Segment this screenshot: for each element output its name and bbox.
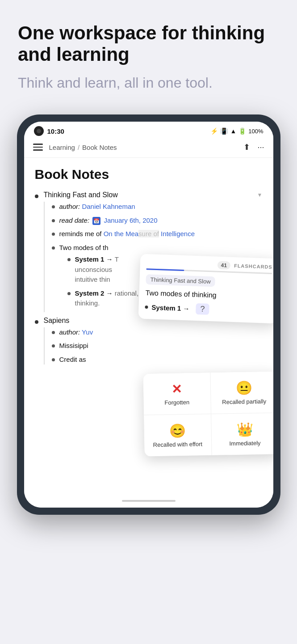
author-item: author: Daniel Kahneman bbox=[52, 202, 263, 212]
read-date-item: read date: 📅 January 6th, 2020 bbox=[52, 216, 263, 226]
bluetooth-icon: ⚡ bbox=[210, 127, 218, 135]
flashcard-answer-row: System 1 → ? bbox=[145, 301, 271, 317]
reminds-item: reminds me of On the Measure of Intellig… bbox=[52, 229, 263, 239]
flashcard-body: Two modes of thinking System 1 → ? bbox=[138, 289, 273, 324]
share-icon[interactable]: ⬆ bbox=[243, 142, 250, 152]
flashcard-label: FLASHCARDS bbox=[234, 263, 272, 270]
hero-title: One workspace for thinking and learning bbox=[18, 22, 279, 66]
dropdown-arrow[interactable]: ▼ bbox=[257, 192, 263, 198]
vibrate-icon: 📳 bbox=[220, 127, 228, 135]
bullet-dot bbox=[35, 320, 38, 324]
nested-dot bbox=[52, 219, 55, 222]
nested-dot bbox=[52, 246, 55, 250]
breadcrumb: Learning / Book Notes bbox=[49, 144, 117, 151]
more-options-icon[interactable]: ··· bbox=[257, 143, 264, 152]
recalled-effort-emoji: 😊 bbox=[169, 423, 186, 439]
breadcrumb-separator: / bbox=[78, 144, 79, 151]
rating-recalled-partially[interactable]: 😐 Recalled partially bbox=[210, 372, 273, 414]
battery-icon: 🔋 bbox=[238, 127, 246, 135]
book2-author-item: author: Yuv bbox=[52, 327, 263, 338]
status-left: 10:30 bbox=[34, 126, 64, 136]
hero-section: One workspace for thinking and learning … bbox=[0, 0, 297, 106]
battery-percent: 100% bbox=[248, 128, 263, 135]
nested-dot bbox=[52, 205, 55, 208]
reminds-text: reminds me of On the Measure of Intellig… bbox=[59, 229, 195, 239]
two-modes-text: Two modes of th System 1 → Tunconsciousi… bbox=[59, 243, 146, 312]
rating-overlay: ✕ Forgotten 😐 Recalled partially 😊 Recal… bbox=[143, 372, 273, 457]
book2-nested: author: Yuv Missisippi Credit as bbox=[44, 327, 263, 365]
book1-title-row: Thinking Fast and Slow ▼ bbox=[35, 191, 263, 199]
flashcard-count: 41 bbox=[217, 261, 230, 270]
hero-subtitle: Think and learn, all in one tool. bbox=[18, 74, 279, 93]
hamburger-menu[interactable] bbox=[33, 144, 43, 151]
flashcard-answer-text: System 1 → bbox=[151, 304, 190, 313]
breadcrumb-current[interactable]: Book Notes bbox=[82, 144, 117, 151]
calendar-icon: 📅 bbox=[92, 217, 100, 225]
recalled-partially-emoji: 😐 bbox=[235, 380, 252, 396]
nav-left: Learning / Book Notes bbox=[33, 144, 117, 151]
page-title: Book Notes bbox=[35, 167, 263, 182]
nav-right: ⬆ ··· bbox=[243, 142, 264, 152]
status-right: ⚡ 📳 ▲ 🔋 100% bbox=[210, 127, 263, 135]
camera-icon bbox=[34, 126, 44, 136]
breadcrumb-parent[interactable]: Learning bbox=[49, 144, 75, 151]
immediately-label: Immediately bbox=[229, 440, 260, 447]
time-display: 10:30 bbox=[47, 127, 64, 135]
forgotten-label: Forgotten bbox=[164, 399, 189, 406]
signal-icon: ▲ bbox=[230, 127, 236, 135]
flashcard-tag: Thinking Fast and Slow bbox=[146, 274, 215, 287]
immediately-emoji: 👑 bbox=[236, 422, 253, 438]
recalled-partially-label: Recalled partially bbox=[222, 398, 266, 406]
status-bar: 10:30 ⚡ 📳 ▲ 🔋 100% bbox=[24, 122, 273, 139]
flashcard-question: Two modes of thinking bbox=[145, 289, 271, 301]
flashcard-overlay[interactable]: 41 FLASHCARDS Thinking Fast and Slow Two… bbox=[138, 254, 273, 324]
flashcard-question-mark[interactable]: ? bbox=[196, 303, 209, 315]
bullet-dot bbox=[35, 195, 38, 198]
book2-item2: Missisippi bbox=[52, 341, 263, 351]
forgotten-x-icon: ✕ bbox=[171, 381, 182, 396]
rating-immediately[interactable]: 👑 Immediately bbox=[211, 413, 273, 456]
systems-nested: System 1 → Tunconsciousintuitive thin Sy bbox=[67, 254, 146, 309]
system2-item: System 2 → rational, rethinking. bbox=[67, 288, 146, 309]
home-indicator bbox=[122, 500, 176, 502]
nav-bar: Learning / Book Notes ⬆ ··· bbox=[24, 139, 273, 158]
flashcard-answer-bullet bbox=[145, 305, 148, 309]
rating-forgotten[interactable]: ✕ Forgotten bbox=[143, 373, 210, 415]
rating-recalled-effort[interactable]: 😊 Recalled with effort bbox=[144, 414, 211, 457]
phone-frame: 10:30 ⚡ 📳 ▲ 🔋 100% bbox=[17, 114, 280, 515]
book2-item3: Credit as bbox=[52, 355, 263, 365]
nested-dot bbox=[52, 233, 55, 236]
phone-wrapper: 10:30 ⚡ 📳 ▲ 🔋 100% bbox=[0, 114, 297, 515]
system1-item: System 1 → Tunconsciousintuitive thin bbox=[67, 254, 146, 285]
read-date-text: read date: 📅 January 6th, 2020 bbox=[59, 216, 158, 226]
book1-title: Thinking Fast and Slow ▼ bbox=[44, 191, 263, 199]
book2-item: Sapiens author: Yuv bbox=[35, 317, 263, 365]
phone-screen: 10:30 ⚡ 📳 ▲ 🔋 100% bbox=[24, 122, 273, 508]
author-text: author: Daniel Kahneman bbox=[59, 202, 135, 212]
main-content: Book Notes Thinking Fast and Slow ▼ bbox=[24, 158, 273, 494]
recalled-effort-label: Recalled with effort bbox=[153, 441, 202, 449]
phone-bottom bbox=[24, 494, 273, 508]
